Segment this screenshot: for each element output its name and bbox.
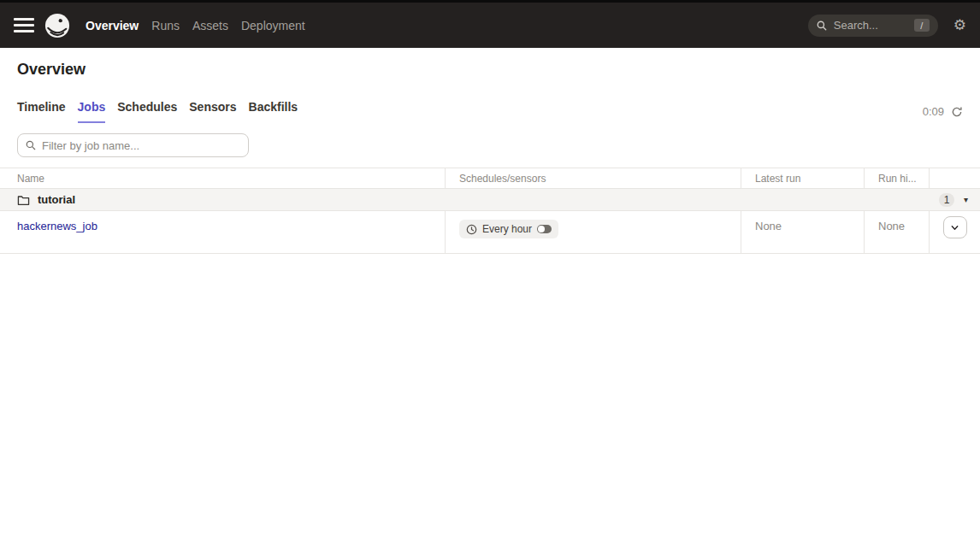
nav-item-assets[interactable]: Assets: [192, 19, 228, 32]
global-search-input[interactable]: Search... /: [808, 15, 938, 37]
column-header-name: Name: [0, 168, 445, 188]
refresh-timer: 0:09: [923, 105, 963, 123]
hamburger-menu-icon[interactable]: [14, 15, 34, 36]
job-name-cell: hackernews_job: [0, 211, 445, 253]
jobs-table: Name Schedules/sensors Latest run Run hi…: [0, 168, 980, 254]
schedule-label: Every hour: [482, 223, 532, 235]
row-actions-dropdown-button[interactable]: [943, 216, 967, 238]
row-actions-cell: [929, 211, 980, 253]
column-header-actions: [929, 168, 980, 188]
latest-run-cell: None: [741, 211, 864, 253]
search-shortcut-badge: /: [914, 19, 930, 32]
table-row: hackernews_job Every hour None None: [0, 211, 980, 254]
column-header-schedules-sensors: Schedules/sensors: [445, 168, 741, 188]
run-history-value: None: [878, 220, 905, 232]
column-header-run-history: Run hi...: [864, 168, 929, 188]
tab-bar: Timeline Jobs Schedules Sensors Backfill…: [17, 100, 963, 123]
settings-gear-icon[interactable]: ⚙: [953, 18, 966, 32]
schedule-toggle-off[interactable]: [537, 225, 552, 233]
latest-run-value: None: [755, 220, 782, 232]
nav-item-overview[interactable]: Overview: [86, 19, 139, 32]
schedules-sensors-cell: Every hour: [445, 211, 741, 253]
tab-sensors[interactable]: Sensors: [189, 100, 236, 123]
folder-icon: [17, 194, 30, 206]
refresh-countdown: 0:09: [923, 105, 944, 118]
schedule-chip[interactable]: Every hour: [459, 220, 558, 238]
repo-group-row-tutorial[interactable]: tutorial 1 ▾: [0, 189, 980, 211]
nav-item-deployment[interactable]: Deployment: [241, 19, 305, 32]
nav-item-runs[interactable]: Runs: [151, 19, 180, 32]
clock-icon: [466, 224, 477, 235]
group-collapse-caret-icon[interactable]: ▾: [964, 196, 968, 204]
filter-search-icon: [26, 140, 36, 150]
group-count-badge: 1: [939, 193, 954, 207]
page-title: Overview: [17, 61, 963, 79]
tab-schedules[interactable]: Schedules: [117, 100, 177, 123]
search-icon: [817, 21, 827, 31]
job-link-hackernews-job[interactable]: hackernews_job: [17, 220, 97, 232]
search-placeholder: Search...: [834, 19, 914, 32]
column-header-latest-run: Latest run: [741, 168, 864, 188]
run-history-cell: None: [864, 211, 929, 253]
tab-timeline[interactable]: Timeline: [17, 100, 66, 123]
table-header-row: Name Schedules/sensors Latest run Run hi…: [0, 168, 980, 189]
dagster-logo-icon[interactable]: [44, 13, 70, 38]
group-name: tutorial: [38, 193, 75, 206]
tab-jobs[interactable]: Jobs: [78, 100, 106, 123]
tab-backfills[interactable]: Backfills: [249, 100, 298, 123]
top-navbar: Overview Runs Assets Deployment Search..…: [0, 3, 980, 48]
overview-page: Overview Timeline Jobs Schedules Sensors…: [0, 61, 980, 157]
main-navigation: Overview Runs Assets Deployment: [86, 19, 305, 32]
job-filter-field: [17, 133, 249, 157]
job-filter-input[interactable]: [42, 139, 240, 152]
refresh-icon[interactable]: [951, 106, 963, 118]
